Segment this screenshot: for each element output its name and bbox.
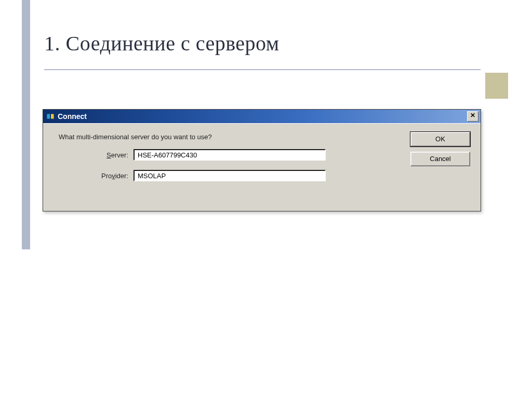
provider-input[interactable] bbox=[134, 170, 326, 181]
close-icon[interactable]: ✕ bbox=[467, 111, 478, 122]
presentation-slide: 1. Соединение с сервером Connect ✕ What … bbox=[0, 0, 532, 399]
server-input[interactable] bbox=[134, 149, 326, 161]
provider-label: Provider: bbox=[59, 172, 134, 180]
server-row: Server: bbox=[59, 149, 470, 161]
slide-title-underline bbox=[44, 69, 481, 70]
slide-title: 1. Соединение с сервером bbox=[44, 31, 280, 56]
ok-button[interactable]: OK bbox=[410, 132, 470, 147]
provider-row: Provider: bbox=[59, 170, 470, 181]
provider-label-post: ider: bbox=[115, 172, 128, 180]
dialog-title-text: Connect bbox=[58, 112, 87, 121]
svg-rect-0 bbox=[47, 114, 50, 119]
dialog-prompt: What multi-dimensional server do you wan… bbox=[59, 133, 470, 141]
slide-accent-right bbox=[485, 73, 508, 99]
server-label-accelerator: S bbox=[107, 151, 111, 159]
slide-accent-left bbox=[22, 0, 30, 249]
cancel-button[interactable]: Cancel bbox=[410, 152, 470, 166]
connect-dialog: Connect ✕ What multi-dimensional server … bbox=[43, 109, 481, 211]
dialog-titlebar[interactable]: Connect ✕ bbox=[43, 110, 481, 123]
server-label-post: erver: bbox=[111, 151, 128, 159]
dialog-button-column: OK Cancel bbox=[410, 132, 470, 171]
dialog-body: What multi-dimensional server do you wan… bbox=[43, 123, 481, 211]
app-icon bbox=[46, 112, 55, 121]
server-label: Server: bbox=[59, 151, 134, 159]
provider-label-pre: Pro bbox=[101, 172, 112, 180]
svg-rect-1 bbox=[51, 114, 54, 119]
